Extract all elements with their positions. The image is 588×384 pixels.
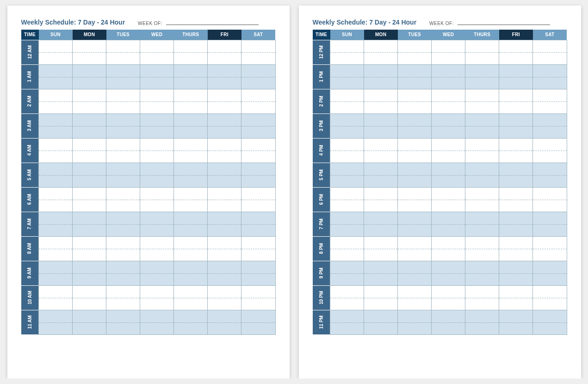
slot	[499, 236, 533, 261]
slot	[241, 89, 275, 113]
slot	[73, 64, 106, 89]
slot	[533, 64, 567, 89]
slot	[208, 138, 241, 163]
slot	[465, 163, 499, 187]
table-row: 9 PM	[313, 261, 567, 285]
time-label: 5 AM	[21, 163, 39, 187]
table-row: 9 AM	[21, 261, 276, 285]
slot	[330, 236, 364, 261]
slot	[39, 285, 73, 310]
time-label: 3 AM	[21, 113, 39, 138]
time-label: 7 PM	[313, 212, 330, 236]
slot	[330, 40, 364, 64]
slot	[533, 40, 567, 64]
slot	[174, 138, 208, 163]
table-row: 11 AM	[21, 310, 276, 334]
slot	[465, 236, 499, 261]
table-row: 12 PM	[313, 40, 567, 64]
slot	[499, 261, 533, 285]
time-label: 11 AM	[21, 310, 39, 334]
time-label: 4 AM	[21, 138, 39, 163]
slot	[533, 236, 567, 261]
slot	[364, 89, 398, 113]
slot	[174, 64, 208, 89]
slot	[330, 64, 364, 89]
slot	[174, 187, 208, 212]
slot	[330, 187, 364, 212]
slot	[174, 89, 208, 113]
slot	[499, 89, 533, 113]
slot	[465, 261, 499, 285]
slot	[241, 285, 275, 310]
table-row: 7 PM	[313, 212, 567, 236]
slot	[499, 163, 533, 187]
slot	[208, 40, 241, 64]
slot	[241, 113, 275, 138]
slot	[241, 261, 275, 285]
time-label: 9 PM	[313, 261, 330, 285]
slot	[73, 212, 106, 236]
slot	[174, 40, 208, 64]
slot	[106, 64, 140, 89]
slot	[432, 236, 465, 261]
slot	[533, 89, 567, 113]
slot	[533, 212, 567, 236]
slot	[364, 285, 398, 310]
time-label: 6 AM	[21, 187, 39, 212]
table-row: 6 AM	[21, 187, 276, 212]
slot	[364, 261, 398, 285]
time-label: 3 PM	[313, 113, 330, 138]
slot	[140, 310, 174, 334]
header-row: TIME SUN MON TUES WED THURS FRI SAT	[21, 30, 276, 40]
slot	[39, 212, 73, 236]
table-row: 1 AM	[21, 64, 276, 89]
slot	[533, 285, 567, 310]
slot	[73, 261, 106, 285]
slot	[174, 310, 208, 334]
time-label: 6 PM	[313, 187, 330, 212]
slot	[106, 163, 140, 187]
slot	[241, 138, 275, 163]
slot	[499, 187, 533, 212]
slot	[140, 40, 174, 64]
slot	[330, 261, 364, 285]
time-label: 10 AM	[21, 285, 39, 310]
header-sat: SAT	[241, 30, 275, 40]
slot	[465, 40, 499, 64]
slot	[398, 236, 432, 261]
slot	[364, 113, 398, 138]
slot	[398, 285, 432, 310]
header-row: TIME SUN MON TUES WED THURS FRI SAT	[313, 30, 567, 40]
slot	[241, 310, 275, 334]
slot	[432, 285, 465, 310]
slot	[106, 40, 140, 64]
slot	[465, 138, 499, 163]
header-fri: FRI	[499, 30, 533, 40]
time-label: 4 PM	[313, 138, 330, 163]
time-label: 5 PM	[313, 163, 330, 187]
slot	[39, 89, 73, 113]
schedule-page-2: Weekly Schedule: 7 Day - 24 Hour WEEK OF…	[299, 6, 581, 378]
table-row: 3 AM	[21, 113, 276, 138]
slot	[106, 285, 140, 310]
slot	[106, 113, 140, 138]
schedule-page-1: Weekly Schedule: 7 Day - 24 Hour WEEK OF…	[7, 6, 290, 378]
header-time: TIME	[313, 30, 330, 40]
table-row: 5 PM	[313, 163, 567, 187]
slot	[73, 138, 106, 163]
slot	[208, 261, 241, 285]
slot	[140, 285, 174, 310]
slot	[465, 113, 499, 138]
slot	[106, 310, 140, 334]
header-thurs: THURS	[174, 30, 208, 40]
slot	[499, 113, 533, 138]
slot	[140, 212, 174, 236]
slot	[174, 212, 208, 236]
slot	[330, 89, 364, 113]
slot	[208, 187, 241, 212]
slot	[39, 236, 73, 261]
table-row: 2 AM	[21, 89, 276, 113]
slot	[432, 64, 465, 89]
header-sun: SUN	[330, 30, 364, 40]
slot	[241, 64, 275, 89]
